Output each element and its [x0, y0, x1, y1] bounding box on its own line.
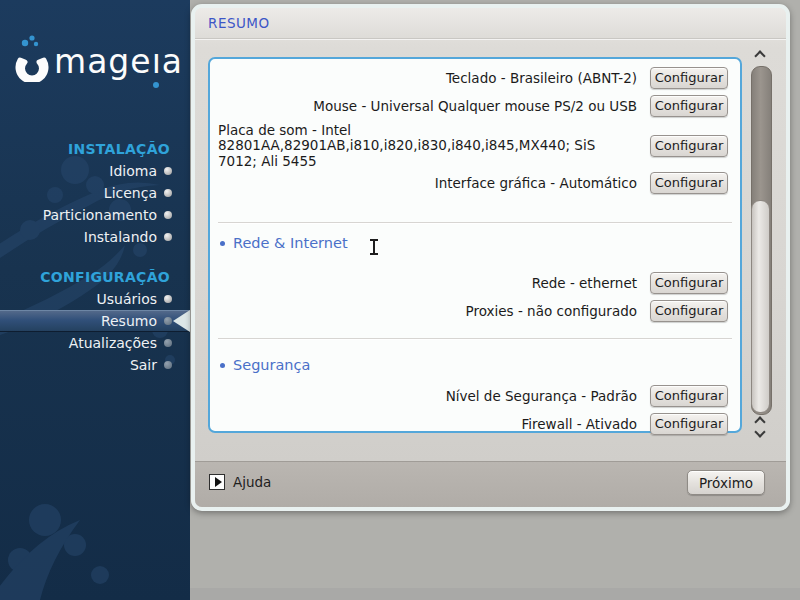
configure-firewall-button[interactable]: Configurar — [650, 413, 728, 435]
sidebar-item-instalando[interactable]: Instalando — [0, 226, 190, 248]
summary-row-proxies: Proxies - não configurado Configurar — [218, 298, 728, 324]
step-dot — [164, 295, 172, 303]
installer-sidebar: mageıa INSTALAÇÃO Idioma Licença Partici… — [0, 0, 190, 600]
sidebar-item-usuarios[interactable]: Usuários — [0, 288, 190, 310]
firewall-label: Firewall - Ativado — [522, 416, 638, 432]
scroll-down-arrow-icon[interactable] — [756, 429, 764, 437]
dialog-header: RESUMO — [195, 8, 786, 39]
desktop-backdrop-strip — [190, 588, 800, 600]
configure-mouse-button[interactable]: Configurar — [650, 95, 728, 117]
sidebar-item-idioma[interactable]: Idioma — [0, 160, 190, 182]
mageia-cup-icon — [12, 34, 52, 82]
section-separator — [218, 338, 732, 339]
security-level-label: Nível de Segurança - Padrão — [446, 388, 637, 404]
summary-row-mouse: Mouse - Universal Qualquer mouse PS/2 ou… — [218, 93, 728, 119]
step-dot — [164, 211, 172, 219]
step-dot — [164, 233, 172, 241]
security-section-header: Segurança — [220, 355, 310, 375]
step-dot — [164, 189, 172, 197]
step-dot — [164, 361, 172, 369]
summary-row-network: Rede - ethernet Configurar — [218, 270, 728, 296]
mageia-logo-text: mageıa — [54, 42, 183, 81]
scroll-up-arrow-icon[interactable] — [756, 50, 764, 58]
sidebar-item-atualizacoes[interactable]: Atualizações — [0, 332, 190, 354]
proxies-label: Proxies - não configurado — [466, 303, 637, 319]
summary-row-soundcard: Placa de som - Intel 82801AA,82901AB,i81… — [218, 121, 728, 171]
configure-security-level-button[interactable]: Configurar — [650, 385, 728, 407]
configure-soundcard-button[interactable]: Configurar — [650, 135, 728, 157]
page-title: RESUMO — [195, 8, 786, 38]
panel-scrollbar[interactable] — [750, 46, 772, 444]
sidebar-item-licenca[interactable]: Licença — [0, 182, 190, 204]
configure-graphics-button[interactable]: Configurar — [650, 172, 728, 194]
network-label: Rede - ethernet — [532, 275, 637, 291]
mageia-logo: mageıa — [10, 28, 188, 98]
summary-row-keyboard: Teclado - Brasileiro (ABNT-2) Configurar — [218, 65, 728, 91]
summary-row-firewall: Firewall - Ativado Configurar — [218, 411, 728, 437]
mouse-label: Mouse - Universal Qualquer mouse PS/2 ou… — [313, 98, 637, 114]
configure-keyboard-button[interactable]: Configurar — [650, 67, 728, 89]
graphics-label: Interface gráfica - Automático — [435, 175, 637, 191]
configure-network-button[interactable]: Configurar — [650, 272, 728, 294]
dialog-footer-bar: Ajuda Próximo — [195, 461, 786, 507]
soundcard-label: Placa de som - Intel 82801AA,82901AB,i81… — [218, 123, 637, 170]
installer-step-nav: INSTALAÇÃO Idioma Licença Particionament… — [0, 138, 190, 376]
sidebar-item-particionamento[interactable]: Particionamento — [0, 204, 190, 226]
configure-proxies-button[interactable]: Configurar — [650, 300, 728, 322]
section-bullet-icon — [220, 363, 225, 368]
nav-section-installation: INSTALAÇÃO — [0, 138, 190, 160]
summary-row-graphics: Interface gráfica - Automático Configura… — [218, 170, 728, 196]
scroll-up-arrow-icon[interactable] — [756, 416, 764, 424]
help-button[interactable]: Ajuda — [209, 474, 271, 490]
step-dot — [164, 317, 172, 325]
section-separator — [218, 222, 732, 223]
step-dot — [164, 339, 172, 347]
keyboard-label: Teclado - Brasileiro (ABNT-2) — [446, 70, 637, 86]
nav-section-configuration: CONFIGURAÇÃO — [0, 266, 190, 288]
network-section-header: Rede & Internet — [220, 233, 348, 253]
summary-panel: Teclado - Brasileiro (ABNT-2) Configurar… — [208, 57, 742, 433]
scrollbar-thumb[interactable] — [751, 200, 770, 413]
section-bullet-icon — [220, 241, 225, 246]
sidebar-item-resumo-selected[interactable]: Resumo — [0, 310, 190, 332]
next-button[interactable]: Próximo — [687, 470, 765, 495]
sidebar-item-sair[interactable]: Sair — [0, 354, 190, 376]
help-play-icon — [209, 474, 225, 490]
logo-i-dot — [153, 82, 159, 88]
summary-row-security-level: Nível de Segurança - Padrão Configurar — [218, 383, 728, 409]
step-dot — [164, 167, 172, 175]
summary-dialog-window: RESUMO Teclado - Brasileiro (ABNT-2) Con… — [191, 4, 790, 511]
